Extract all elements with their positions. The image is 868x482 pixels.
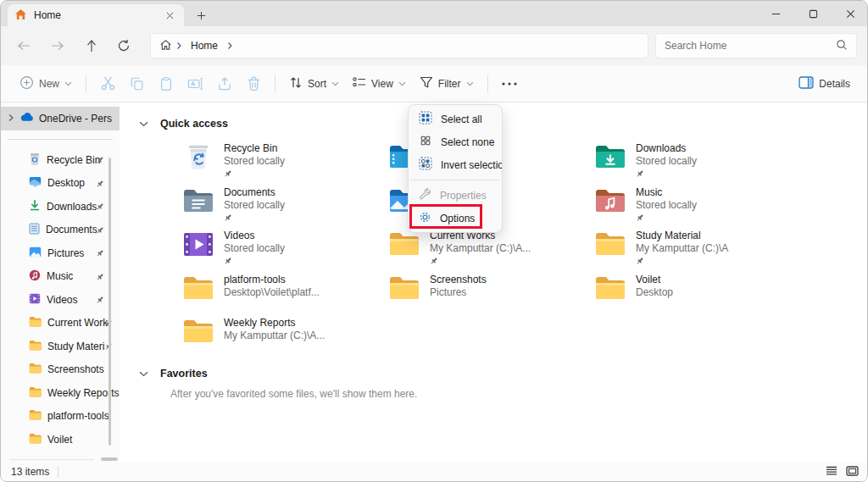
- favorites-header[interactable]: Favorites: [139, 367, 867, 381]
- paste-button[interactable]: [152, 71, 181, 97]
- divider: [275, 75, 275, 93]
- up-button[interactable]: [77, 34, 106, 58]
- tile-subtitle: Stored locally: [224, 242, 285, 255]
- sidebar-item-desktop[interactable]: Desktop: [1, 172, 120, 196]
- chevron-right-icon[interactable]: [175, 42, 182, 50]
- chevron-expand-icon[interactable]: [139, 368, 148, 380]
- sidebar: OneDrive - Pers Recycle Bin Desktop Down…: [1, 102, 120, 463]
- sidebar-item-weekly-reports[interactable]: Weekly Reports: [1, 381, 120, 405]
- quick-access-header[interactable]: Quick access: [139, 116, 867, 130]
- sidebar-item-voilet[interactable]: Voilet: [1, 428, 120, 452]
- pin-icon: [96, 295, 104, 307]
- list-view-toggle-icon[interactable]: [826, 466, 837, 478]
- minimize-button[interactable]: [757, 1, 794, 26]
- search-box[interactable]: [655, 33, 857, 58]
- tab-close-icon[interactable]: [162, 8, 177, 23]
- share-button[interactable]: [210, 71, 240, 97]
- tile-music[interactable]: Music Stored locally: [594, 186, 800, 225]
- menu-item-properties[interactable]: Properties: [409, 184, 502, 207]
- breadcrumb[interactable]: Home: [150, 33, 648, 58]
- large-icons-view-toggle-icon[interactable]: [846, 466, 859, 479]
- tile-voilet[interactable]: Voilet Desktop: [594, 274, 800, 313]
- chevron-down-icon: [64, 81, 72, 86]
- delete-button[interactable]: [240, 71, 268, 97]
- breadcrumb-item-home[interactable]: Home: [186, 40, 223, 52]
- menu-item-select-none[interactable]: Select none: [409, 130, 502, 153]
- sidebar-item-music[interactable]: Music: [1, 265, 120, 289]
- see-more-button[interactable]: [495, 77, 524, 91]
- maximize-button[interactable]: [794, 1, 832, 26]
- chevron-expand-icon[interactable]: [139, 118, 148, 130]
- new-button[interactable]: New: [13, 70, 79, 97]
- tab-home[interactable]: Home: [8, 4, 184, 26]
- downloads-icon: [29, 199, 41, 213]
- menu-item-invert-selection[interactable]: Invert selection: [409, 153, 502, 176]
- tile-title: Documents: [224, 186, 285, 199]
- favorites-empty-text: After you've favorited some files, we'll…: [170, 388, 867, 400]
- cut-button[interactable]: [93, 70, 123, 97]
- view-button[interactable]: View: [346, 71, 413, 96]
- tile-platform-tools[interactable]: platform-tools Desktop\Voilet\platf...: [182, 274, 388, 313]
- tile-study-material[interactable]: Study Material My Kamputtar (C:)\A: [594, 230, 800, 269]
- back-button[interactable]: [9, 34, 38, 58]
- tile-screenshots[interactable]: Screenshots Pictures: [388, 274, 594, 313]
- tile-weekly-reports[interactable]: Weekly Reports My Kamputtar (C:)\A...: [182, 317, 388, 356]
- tile-downloads[interactable]: Downloads Stored locally: [594, 142, 800, 181]
- sort-button[interactable]: Sort: [282, 71, 346, 97]
- sidebar-item-documents[interactable]: Documents: [1, 219, 120, 242]
- desktop-icon: [29, 176, 42, 190]
- pin-icon: [96, 248, 104, 260]
- rename-icon: [187, 76, 203, 91]
- tile-recycle-bin[interactable]: Recycle Bin Stored locally: [182, 142, 388, 181]
- new-label: New: [39, 78, 59, 90]
- copy-button[interactable]: [123, 71, 152, 97]
- sidebar-item-videos[interactable]: Videos: [1, 288, 120, 312]
- rename-button[interactable]: [181, 71, 210, 97]
- menu-item-select-all[interactable]: Select all: [409, 108, 502, 130]
- sidebar-hscroll-thumb[interactable]: [101, 457, 118, 461]
- search-input[interactable]: [665, 40, 836, 52]
- sidebar-item-pictures[interactable]: Pictures: [1, 241, 120, 265]
- sidebar-scrollbar[interactable]: [108, 158, 111, 446]
- forward-button[interactable]: [43, 34, 72, 58]
- tile-current-works[interactable]: Current Works My Kamputtar (C:)\A...: [388, 230, 594, 269]
- chevron-right-icon[interactable]: [8, 113, 14, 125]
- details-button[interactable]: Details: [792, 71, 857, 97]
- filter-label: Filter: [438, 78, 461, 90]
- sidebar-item-recycle-bin[interactable]: Recycle Bin: [1, 148, 120, 172]
- onedrive-cloud-icon: [19, 113, 34, 125]
- sort-arrows-icon: [289, 76, 303, 91]
- downloads-folder-icon: [594, 142, 626, 171]
- folder-icon: [29, 363, 42, 376]
- menu-item-label: Properties: [440, 190, 487, 202]
- tile-title: Downloads: [636, 142, 697, 155]
- chevron-right-icon[interactable]: [226, 42, 233, 50]
- folder-icon: [29, 409, 42, 423]
- quick-access-title: Quick access: [160, 118, 228, 130]
- new-tab-button[interactable]: [191, 7, 211, 24]
- sidebar-item-screenshots[interactable]: Screenshots: [1, 358, 120, 382]
- home-outline-icon[interactable]: [159, 39, 172, 53]
- refresh-button[interactable]: [109, 34, 138, 58]
- search-icon[interactable]: [836, 39, 848, 53]
- sidebar-item-study-material[interactable]: Study Materi: [1, 335, 120, 358]
- folder-icon: [29, 340, 42, 353]
- divider: [86, 75, 86, 93]
- sidebar-item-onedrive[interactable]: OneDrive - Pers: [1, 107, 120, 130]
- tile-videos[interactable]: Videos Stored locally: [182, 230, 388, 269]
- filter-button[interactable]: Filter: [413, 71, 481, 97]
- ellipsis-icon: [502, 82, 517, 86]
- menu-item-options[interactable]: Options: [409, 207, 502, 230]
- chevron-down-icon: [331, 81, 339, 86]
- sidebar-item-current-work[interactable]: Current Work: [1, 312, 120, 335]
- folder-icon: [182, 317, 214, 346]
- file-explorer-window: Home: [0, 0, 868, 482]
- sidebar-item-downloads[interactable]: Downloads: [1, 195, 120, 219]
- menu-item-label: Options: [440, 213, 475, 224]
- tile-documents[interactable]: Documents Stored locally: [182, 186, 388, 225]
- sidebar-item-platform-tools[interactable]: platform-tools: [1, 405, 120, 429]
- tile-title: Music: [636, 186, 697, 199]
- tile-title: Screenshots: [430, 274, 487, 286]
- close-button[interactable]: [832, 1, 868, 26]
- view-list-icon: [353, 76, 366, 91]
